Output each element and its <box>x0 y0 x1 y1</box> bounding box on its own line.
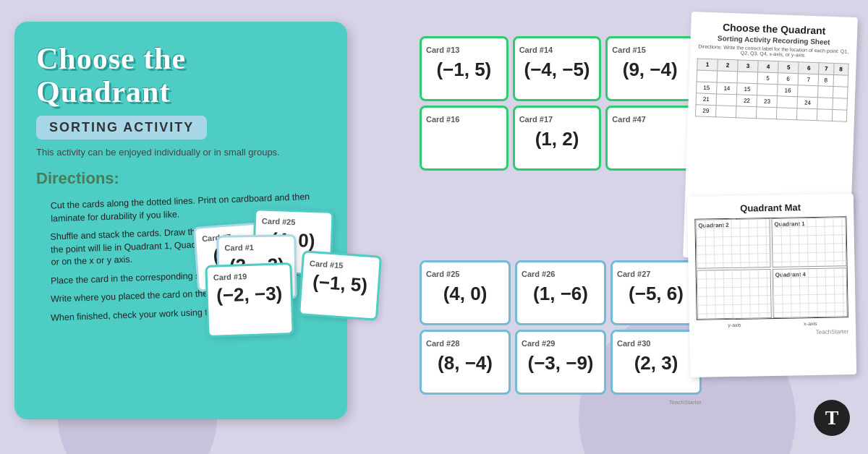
blue-card-26-label: Card #26 <box>522 270 555 278</box>
blue-card-30-value: (2, 3) <box>634 352 678 374</box>
sort-card-1-label: Card #1 <box>224 243 254 252</box>
sort-card-19: Card #19 (−2, −3) <box>205 262 294 338</box>
green-card-15-value: (9, −4) <box>623 59 678 81</box>
green-card-47: Card #47 <box>605 106 694 171</box>
card-title: Choose the Quadrant <box>36 42 326 108</box>
green-card-13-value: (−1, 5) <box>436 59 491 81</box>
green-card-17: Card #17 (1, 2) <box>513 106 602 171</box>
qm-yaxis-label: y-axis <box>728 322 741 327</box>
sorting-badge-text: SORTING ACTIVITY <box>49 120 194 134</box>
green-cards-area: Card #13 (−1, 5) Card #14 (−4, −5) Card … <box>420 36 694 175</box>
qm-xaxis-label: x-axis <box>804 321 817 326</box>
blue-card-29-label: Card #29 <box>522 339 555 348</box>
green-card-row-2: Card #16 Card #17 (1, 2) Card #47 <box>420 106 694 171</box>
blue-card-28-value: (8, −4) <box>438 352 493 374</box>
green-card-13: Card #13 (−1, 5) <box>420 36 509 101</box>
green-card-17-value: (1, 2) <box>535 128 579 150</box>
blue-card-26-value: (1, −6) <box>533 283 588 305</box>
blue-card-row-2: Card #28 (8, −4) Card #29 (−3, −9) Card … <box>420 330 702 395</box>
blue-card-28-label: Card #28 <box>426 339 459 348</box>
blue-card-30: Card #30 (2, 3) <box>610 330 702 395</box>
qm-quadrant-3 <box>697 269 772 320</box>
green-card-13-label: Card #13 <box>426 46 459 54</box>
sort-card-15: Card #15 (−1, 5) <box>298 250 382 320</box>
blue-card-26: Card #26 (1, −6) <box>515 260 606 325</box>
green-card-16-label: Card #16 <box>426 115 459 124</box>
green-card-16: Card #16 <box>420 106 509 171</box>
blue-card-29: Card #29 (−3, −9) <box>515 330 606 395</box>
green-card-14-label: Card #14 <box>519 46 553 54</box>
rs-col-3: 3 <box>738 60 759 72</box>
rs-col-4: 4 <box>758 61 779 73</box>
rs-col-1: 1 <box>697 59 718 71</box>
directions-title: Directions: <box>36 169 326 188</box>
sort-card-15-value: (−1, 5) <box>307 270 373 297</box>
qm-brand: TeachStarter <box>697 328 848 338</box>
blue-card-29-value: (−3, −9) <box>527 352 593 374</box>
rs-table: 1 2 3 4 5 6 7 8 5 6 7 8 15 <box>695 58 849 121</box>
blue-card-27-value: (−5, 6) <box>629 283 684 305</box>
qm-label-4: Quadrant 4 <box>775 271 806 278</box>
qm-quadrant-1: Quadrant 1 <box>771 217 846 267</box>
green-card-15: Card #15 (9, −4) <box>605 36 694 101</box>
qm-label-1: Quadrant 1 <box>774 220 804 228</box>
sort-card-19-value: (−2, −3) <box>213 282 285 307</box>
green-card-row-1: Card #13 (−1, 5) Card #14 (−4, −5) Card … <box>420 36 694 101</box>
green-card-47-label: Card #47 <box>612 115 645 124</box>
blue-card-25: Card #25 (4, 0) <box>420 260 511 325</box>
quadrant-mat: Quadrant Mat Quadrant 2 Quadrant 1 Quadr… <box>687 194 856 377</box>
blue-card-30-label: Card #30 <box>617 339 650 348</box>
blue-cards-brand: TeachStarter <box>420 399 702 406</box>
sort-card-15-label: Card #15 <box>310 259 344 270</box>
sort-card-25-label: Card #25 <box>262 216 296 226</box>
blue-card-27-label: Card #27 <box>617 270 650 278</box>
green-card-15-label: Card #15 <box>612 46 645 54</box>
blue-card-25-value: (4, 0) <box>443 283 488 305</box>
rs-col-8: 8 <box>833 64 848 76</box>
qm-grid: Quadrant 2 Quadrant 1 Quadrant 4 <box>694 216 848 320</box>
qm-quadrant-2: Quadrant 2 <box>695 218 770 269</box>
blue-card-28: Card #28 (8, −4) <box>420 330 511 395</box>
blue-card-25-label: Card #25 <box>426 270 459 278</box>
card-subtitle: This activity can be enjoyed individuall… <box>36 147 326 158</box>
qm-label-2: Quadrant 2 <box>698 222 728 229</box>
sorting-cards-area: Card #7 (4, 1) Card #25 (4, 0) Card #1 (… <box>195 195 383 354</box>
blue-cards-area: Card #25 (4, 0) Card #26 (1, −6) Card #2… <box>420 260 702 406</box>
rs-col-5: 5 <box>778 61 799 74</box>
teach-starter-logo: T <box>814 400 850 436</box>
sorting-badge: SORTING ACTIVITY <box>36 116 207 140</box>
sort-card-19-label: Card #19 <box>213 272 247 282</box>
logo-symbol: T <box>825 406 839 429</box>
qm-axes: y-axis x-axis <box>697 320 848 328</box>
green-card-17-label: Card #17 <box>519 115 553 124</box>
qm-quadrant-4: Quadrant 4 <box>773 267 848 318</box>
rs-col-6: 6 <box>799 62 820 74</box>
green-card-14: Card #14 (−4, −5) <box>513 36 602 101</box>
rs-col-7: 7 <box>819 63 834 75</box>
rs-col-2: 2 <box>718 59 739 72</box>
green-card-14-value: (−4, −5) <box>524 59 590 81</box>
blue-card-row-1: Card #25 (4, 0) Card #26 (1, −6) Card #2… <box>420 260 702 325</box>
qm-title: Quadrant Mat <box>694 201 846 215</box>
